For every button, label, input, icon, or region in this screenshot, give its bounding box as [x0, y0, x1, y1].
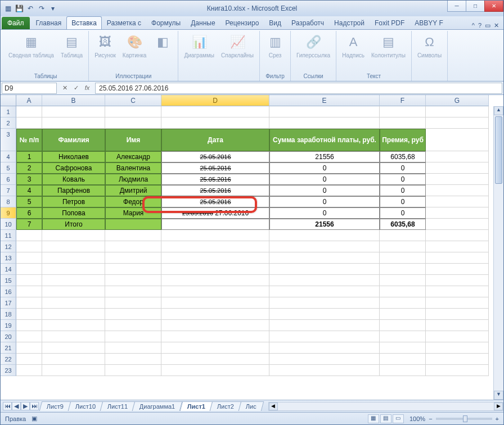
cell[interactable]: Фамилия	[42, 129, 105, 151]
cell[interactable]	[380, 230, 426, 241]
textbox-button[interactable]: AНадпись	[340, 32, 367, 60]
cell[interactable]	[426, 252, 489, 264]
redo-icon[interactable]: ↷	[37, 3, 47, 13]
row-header-8[interactable]: 8	[1, 196, 16, 207]
clipart-button[interactable]: 🎨Картинка	[120, 32, 149, 60]
cell[interactable]	[426, 162, 489, 174]
scroll-down-icon[interactable]: ▼	[494, 391, 503, 400]
cell[interactable]	[161, 275, 269, 286]
cell[interactable]	[105, 365, 161, 376]
help-icon[interactable]: ?	[478, 22, 482, 29]
cell[interactable]: 21556	[269, 219, 380, 230]
undo-icon[interactable]: ↶	[25, 3, 35, 13]
cell[interactable]	[42, 331, 105, 342]
cell[interactable]	[380, 365, 426, 376]
close-button[interactable]: ✕	[484, 1, 503, 12]
cell[interactable]	[269, 275, 380, 286]
cell[interactable]	[16, 286, 42, 297]
cell[interactable]: Дата	[161, 129, 269, 151]
cell[interactable]	[16, 331, 42, 342]
cell[interactable]: 0	[380, 162, 426, 174]
cell[interactable]	[42, 354, 105, 365]
cell[interactable]	[269, 230, 380, 241]
cell[interactable]	[269, 286, 380, 297]
cell[interactable]	[380, 354, 426, 365]
row-header-14[interactable]: 14	[1, 264, 16, 275]
cell[interactable]	[380, 286, 426, 297]
cell[interactable]	[426, 151, 489, 162]
cell[interactable]: 0	[380, 207, 426, 219]
cell[interactable]	[380, 275, 426, 286]
scroll-up-icon[interactable]: ▲	[494, 106, 503, 115]
cell[interactable]: Имя	[105, 129, 161, 151]
cell[interactable]	[16, 365, 42, 376]
cell[interactable]: 2	[16, 162, 42, 174]
sheet-tab-Лист1[interactable]: Лист1	[179, 401, 213, 411]
row-header-15[interactable]: 15	[1, 275, 16, 286]
page-layout-view-icon[interactable]: ▤	[380, 414, 392, 423]
row-header-1[interactable]: 1	[1, 106, 16, 117]
cell[interactable]: 21556	[269, 151, 380, 162]
sheet-prev-icon[interactable]: ◀	[12, 402, 21, 410]
cell[interactable]	[105, 309, 161, 320]
cell[interactable]	[161, 286, 269, 297]
cell[interactable]	[426, 185, 489, 196]
cell[interactable]	[42, 117, 105, 129]
cell[interactable]	[426, 241, 489, 252]
cell[interactable]	[161, 342, 269, 354]
row-header-5[interactable]: 5	[1, 162, 16, 174]
cell[interactable]	[269, 365, 380, 376]
cell[interactable]	[426, 196, 489, 207]
scroll-right-icon[interactable]: ▶	[494, 403, 503, 410]
cell[interactable]	[269, 320, 380, 331]
cell[interactable]	[105, 354, 161, 365]
cell[interactable]	[426, 230, 489, 241]
col-header-F[interactable]: F	[380, 95, 426, 106]
col-header-D[interactable]: D	[161, 95, 269, 106]
cancel-edit-icon[interactable]: ✕	[60, 84, 69, 92]
cell[interactable]	[161, 354, 269, 365]
cell[interactable]	[42, 241, 105, 252]
col-header-A[interactable]: A	[16, 95, 42, 106]
row-header-23[interactable]: 23	[1, 365, 16, 376]
sheet-tab-Лис[interactable]: Лис	[238, 401, 264, 411]
cell[interactable]	[105, 219, 161, 230]
zoom-in-icon[interactable]: +	[496, 415, 499, 422]
cell[interactable]	[105, 286, 161, 297]
sheet-tab-Лист10[interactable]: Лист10	[68, 401, 104, 411]
col-header-G[interactable]: G	[426, 95, 489, 106]
vertical-scrollbar[interactable]: ▲ ▼	[493, 106, 503, 400]
tab-review[interactable]: Рецензиро	[220, 16, 264, 29]
headerfooter-button[interactable]: ▤Колонтитулы	[369, 32, 408, 60]
cell[interactable]	[16, 342, 42, 354]
cell[interactable]	[161, 331, 269, 342]
row-header-10[interactable]: 10	[1, 219, 16, 230]
cell[interactable]	[16, 309, 42, 320]
cell[interactable]: 5	[16, 196, 42, 207]
name-box[interactable]: D9	[2, 83, 57, 94]
table-button[interactable]: ▤Таблица	[58, 32, 85, 60]
cell[interactable]	[426, 354, 489, 365]
cell[interactable]	[426, 219, 489, 230]
cell[interactable]	[161, 117, 269, 129]
cell[interactable]	[42, 275, 105, 286]
cell[interactable]	[269, 264, 380, 275]
cell[interactable]	[161, 297, 269, 309]
qat-dropdown-icon[interactable]: ▾	[48, 3, 58, 13]
shapes-button[interactable]: ◧	[151, 32, 174, 52]
cell[interactable]	[42, 320, 105, 331]
cell[interactable]: 25.05.2016	[161, 162, 269, 174]
tab-developer[interactable]: Разработч	[286, 16, 329, 29]
cell[interactable]: Николаев	[42, 151, 105, 162]
normal-view-icon[interactable]: ▦	[368, 414, 379, 423]
cell[interactable]	[380, 252, 426, 264]
row-header-18[interactable]: 18	[1, 309, 16, 320]
cell[interactable]	[380, 106, 426, 117]
sheet-tab-Лист11[interactable]: Лист11	[100, 401, 136, 411]
cell[interactable]	[380, 342, 426, 354]
row-header-3[interactable]: 3	[1, 129, 16, 151]
cell[interactable]	[16, 264, 42, 275]
cell[interactable]	[380, 331, 426, 342]
cell[interactable]	[42, 342, 105, 354]
cell[interactable]: 25.05.2016	[161, 174, 269, 185]
